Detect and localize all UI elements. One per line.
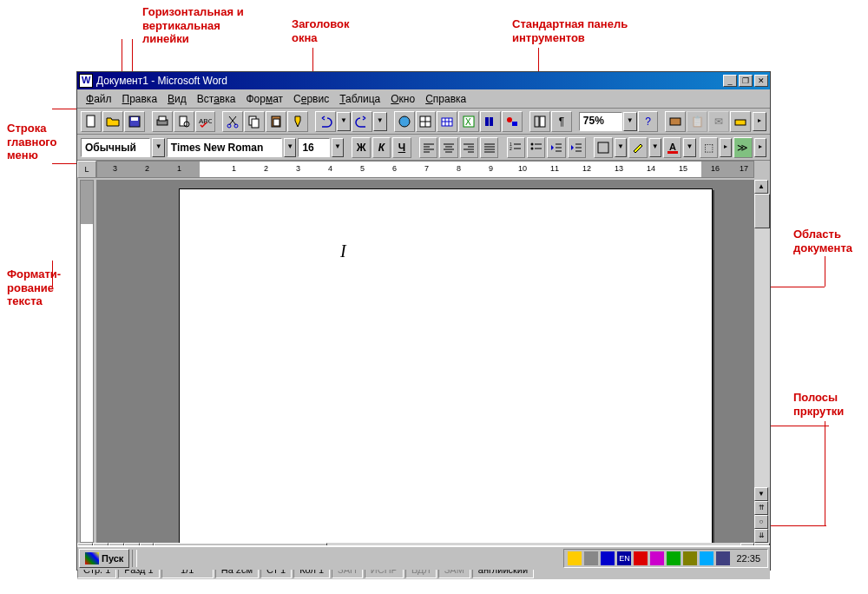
- tray-icon[interactable]: [634, 551, 648, 565]
- insert-table-button[interactable]: [437, 111, 457, 132]
- close-button[interactable]: ✕: [754, 75, 768, 87]
- extra-button-2[interactable]: 📋: [687, 111, 707, 132]
- excel-button[interactable]: X: [458, 111, 479, 132]
- zoom-combo[interactable]: 75%: [579, 112, 622, 131]
- tables-borders-button[interactable]: [416, 111, 437, 132]
- size-dropdown[interactable]: ▼: [332, 138, 344, 157]
- print-button[interactable]: [152, 111, 173, 132]
- extra-button-3[interactable]: ✉: [708, 111, 729, 132]
- justify-button[interactable]: [480, 137, 498, 158]
- tray-icon[interactable]: [568, 551, 582, 565]
- menu-file[interactable]: Файл: [81, 91, 117, 107]
- bold-button[interactable]: Ж: [352, 137, 370, 158]
- next-page-button[interactable]: ⇊: [754, 529, 768, 543]
- scroll-down-button[interactable]: ▼: [754, 487, 768, 501]
- extra-fmt-2[interactable]: ≫: [733, 137, 752, 158]
- vertical-ruler[interactable]: [77, 180, 96, 543]
- align-right-button[interactable]: [460, 137, 478, 158]
- style-combo[interactable]: Обычный: [81, 138, 150, 157]
- borders-dropdown[interactable]: ▼: [615, 138, 627, 157]
- select-browse-object-button[interactable]: ○: [754, 515, 768, 529]
- start-button[interactable]: Пуск: [79, 549, 129, 568]
- menu-edit[interactable]: Правка: [117, 91, 163, 107]
- increase-indent-button[interactable]: [568, 137, 586, 158]
- redo-dropdown[interactable]: ▼: [373, 112, 387, 131]
- drawing-button[interactable]: [502, 111, 523, 132]
- cut-button[interactable]: [222, 111, 243, 132]
- font-combo[interactable]: Times New Roman: [167, 138, 282, 157]
- save-button[interactable]: [124, 111, 145, 132]
- svg-rect-64: [667, 151, 678, 154]
- menu-window[interactable]: Окно: [385, 91, 420, 107]
- undo-button[interactable]: [315, 111, 336, 132]
- svg-rect-27: [512, 122, 517, 126]
- bullet-list-button[interactable]: [527, 137, 545, 158]
- style-dropdown[interactable]: ▼: [152, 138, 164, 157]
- tray-icon[interactable]: [667, 551, 681, 565]
- doc-map-button[interactable]: [529, 111, 550, 132]
- minimize-button[interactable]: _: [723, 75, 737, 87]
- hyperlink-button[interactable]: [394, 111, 415, 132]
- svg-rect-29: [540, 116, 545, 127]
- prev-page-button[interactable]: ⇈: [754, 501, 768, 515]
- italic-button[interactable]: К: [372, 137, 391, 158]
- tray-icon[interactable]: [650, 551, 664, 565]
- maximize-button[interactable]: ❐: [739, 75, 753, 87]
- font-color-dropdown[interactable]: ▼: [683, 138, 695, 157]
- menu-tools[interactable]: Сервис: [288, 91, 334, 107]
- ruler-corner[interactable]: L: [77, 161, 96, 178]
- show-hide-button[interactable]: ¶: [551, 111, 572, 132]
- svg-rect-28: [535, 116, 539, 127]
- size-combo[interactable]: 16: [298, 138, 329, 157]
- zoom-dropdown[interactable]: ▼: [623, 112, 637, 131]
- tray-icon[interactable]: [584, 551, 598, 565]
- extra-button-1[interactable]: [665, 111, 686, 132]
- menu-help[interactable]: Справка: [420, 91, 471, 107]
- redo-button[interactable]: [352, 111, 372, 132]
- tray-icon[interactable]: [716, 551, 730, 565]
- menu-insert[interactable]: Вставка: [192, 91, 241, 107]
- decrease-indent-button[interactable]: [547, 137, 565, 158]
- align-center-button[interactable]: [439, 137, 457, 158]
- undo-dropdown[interactable]: ▼: [337, 112, 351, 131]
- vertical-scrollbar[interactable]: ▲ ▼ ⇈ ○ ⇊: [754, 180, 770, 543]
- extra-fmt-1[interactable]: ⬚: [700, 137, 718, 158]
- help-button[interactable]: ?: [638, 111, 659, 132]
- paste-button[interactable]: [266, 111, 286, 132]
- font-color-button[interactable]: A: [663, 137, 681, 158]
- underline-button[interactable]: Ч: [392, 137, 411, 158]
- toolbar-overflow[interactable]: ▸: [753, 112, 766, 131]
- tray-icon[interactable]: [683, 551, 697, 565]
- new-doc-button[interactable]: [81, 111, 102, 132]
- font-dropdown[interactable]: ▼: [284, 138, 296, 157]
- titlebar[interactable]: Документ1 - Microsoft Word _ ❐ ✕: [77, 72, 770, 89]
- open-button[interactable]: [102, 111, 123, 132]
- fmt-overflow-1[interactable]: ▸: [720, 138, 732, 157]
- print-preview-button[interactable]: [174, 111, 194, 132]
- spellcheck-button[interactable]: ABC: [195, 111, 216, 132]
- menu-view[interactable]: Вид: [162, 91, 192, 107]
- tray-icon[interactable]: [700, 551, 713, 565]
- vscroll-track[interactable]: [754, 194, 770, 487]
- copy-button[interactable]: [244, 111, 265, 132]
- borders-button[interactable]: [594, 137, 612, 158]
- highlight-button[interactable]: [628, 137, 647, 158]
- tray-lang-icon[interactable]: EN: [617, 551, 631, 565]
- menu-format[interactable]: Формат: [240, 91, 288, 107]
- tray-icon[interactable]: [601, 551, 615, 565]
- menu-table[interactable]: Таблица: [334, 91, 385, 107]
- columns-button[interactable]: [480, 111, 501, 132]
- page[interactable]: I: [179, 188, 713, 543]
- vscroll-thumb[interactable]: [754, 194, 770, 228]
- highlight-dropdown[interactable]: ▼: [649, 138, 661, 157]
- numbered-list-button[interactable]: 12: [507, 137, 525, 158]
- document-viewport[interactable]: I: [96, 180, 754, 543]
- scroll-up-button[interactable]: ▲: [754, 180, 768, 194]
- align-left-button[interactable]: [419, 137, 437, 158]
- annotation-rulers: Горизонтальная и вертикальная линейки: [142, 5, 244, 46]
- fmt-overflow-2[interactable]: ▸: [754, 138, 766, 157]
- clock[interactable]: 22:35: [733, 553, 764, 564]
- horizontal-ruler[interactable]: 3 2 1 1 2 3 4 5 6 7 8 9 10 11 12 13 14 1…: [96, 161, 754, 178]
- format-painter-button[interactable]: [287, 111, 308, 132]
- extra-button-4[interactable]: [730, 111, 751, 132]
